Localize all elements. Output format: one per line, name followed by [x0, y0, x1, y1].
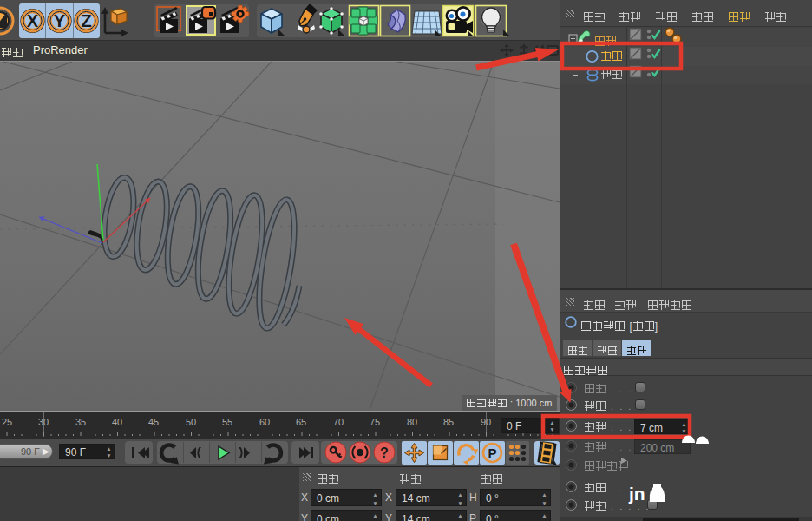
- svg-text:50: 50: [186, 417, 196, 427]
- svg-text:70: 70: [333, 417, 344, 427]
- svg-text:55: 55: [222, 417, 232, 427]
- svg-text:P: P: [488, 445, 496, 460]
- svg-text:X: X: [27, 11, 39, 30]
- svg-text:40: 40: [112, 417, 122, 427]
- svg-text:65: 65: [296, 417, 306, 427]
- svg-text:80: 80: [407, 417, 417, 427]
- svg-text:45: 45: [148, 417, 159, 427]
- svg-text:75: 75: [370, 417, 380, 427]
- svg-text:25: 25: [2, 417, 12, 427]
- svg-text:35: 35: [75, 417, 86, 427]
- svg-text:?: ?: [380, 445, 389, 460]
- svg-text:Y: Y: [54, 11, 66, 30]
- svg-text:85: 85: [443, 417, 454, 427]
- svg-text:Z: Z: [81, 11, 91, 30]
